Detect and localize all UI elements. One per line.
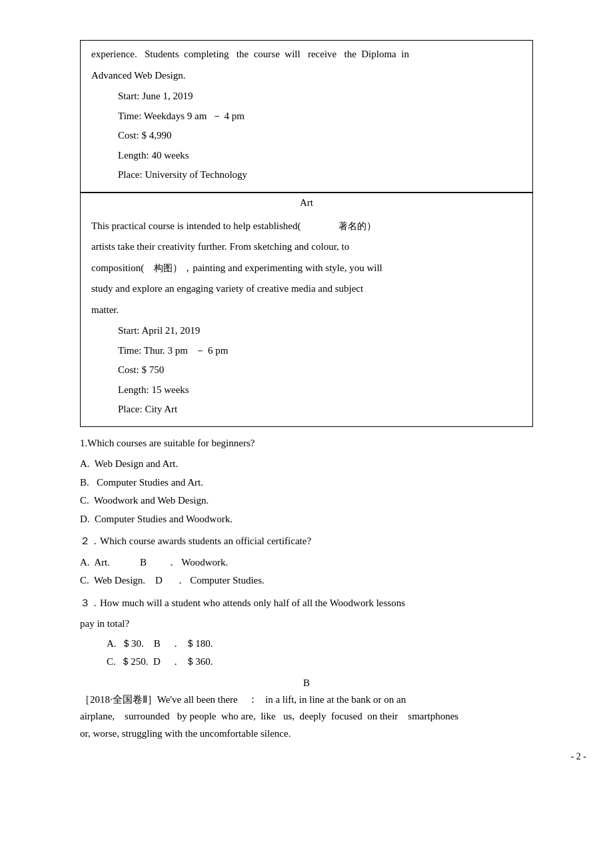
start-detail: Start: June 1, 2019 [118, 88, 522, 105]
q2-options-row2: C. Web Design. D ． Computer Studies. [80, 572, 533, 590]
intro-line2: Advanced Web Design. [91, 67, 522, 85]
section-b-title: B [80, 677, 533, 689]
q1-option-a: A. Web Design and Art. [80, 456, 533, 473]
art-body-5: matter. [91, 302, 522, 319]
art-body-4: study and explore an engaging variety of… [91, 280, 522, 298]
section-b: B ［2018·全国卷Ⅱ］We've all been there ： in a… [80, 677, 533, 743]
q3-options-row1: A. ＄30. B ． ＄180. [107, 636, 533, 653]
q3-text: ３．How much will a student who attends on… [80, 595, 533, 612]
question-2: ２．Which course awards students an offici… [80, 533, 533, 550]
questions-section: 1.Which courses are suitable for beginne… [80, 435, 533, 671]
q2-option-c: C. Web Design. D ． Computer Studies. [80, 572, 533, 590]
q1-option-c: C. Woodwork and Web Design. [80, 492, 533, 510]
q3-text2: pay in total? [80, 616, 533, 633]
top-section: experience. Students completing the cour… [80, 40, 533, 427]
place-detail: Place: University of Technology [118, 167, 522, 184]
q1-option-b: B. Computer Studies and Art. [80, 474, 533, 492]
top-section-content: experience. Students completing the cour… [81, 41, 532, 192]
question-1: 1.Which courses are suitable for beginne… [80, 435, 533, 452]
cost-detail: Cost: $ 4,990 [118, 127, 522, 145]
art-time: Time: Thur. 3 pm － 6 pm [118, 342, 522, 360]
time-detail: Time: Weekdays 9 am － 4 pm [118, 108, 522, 125]
art-body-3: composition( 构图），painting and experiment… [91, 260, 522, 277]
section-b-line3: or, worse, struggling with the uncomfort… [80, 725, 533, 743]
page-container: experience. Students completing the cour… [0, 0, 613, 782]
q1-text: 1.Which courses are suitable for beginne… [80, 435, 533, 452]
q1-option-d: D. Computer Studies and Woodwork. [80, 511, 533, 528]
art-section: Art This practical course is intended to… [81, 192, 532, 426]
art-place: Place: City Art [118, 401, 522, 418]
question-3: ３．How much will a student who attends on… [80, 595, 533, 612]
art-body-1: This practical course is intended to hel… [91, 218, 522, 235]
q2-options-row1: A. Art. B ． Woodwork. [80, 554, 533, 572]
section-b-line2: airplane, surrounded by people who are, … [80, 708, 533, 725]
q2-option-a: A. Art. B ． Woodwork. [80, 554, 533, 572]
section-b-line1: ［2018·全国卷Ⅱ］We've all been there ： in a l… [80, 691, 533, 709]
intro-line1: experience. Students completing the cour… [91, 46, 522, 63]
art-length: Length: 15 weeks [118, 382, 522, 399]
art-start: Start: April 21, 2019 [118, 322, 522, 340]
q2-text: ２．Which course awards students an offici… [80, 533, 533, 550]
art-content: This practical course is intended to hel… [81, 213, 532, 426]
length-detail: Length: 40 weeks [118, 147, 522, 165]
page-number: - 2 - [571, 751, 586, 762]
art-title: Art [81, 193, 532, 213]
art-body-2: artists take their creativity further. F… [91, 238, 522, 256]
q3-options-row2: C. ＄250. D ． ＄360. [107, 653, 533, 671]
art-cost: Cost: $ 750 [118, 362, 522, 379]
